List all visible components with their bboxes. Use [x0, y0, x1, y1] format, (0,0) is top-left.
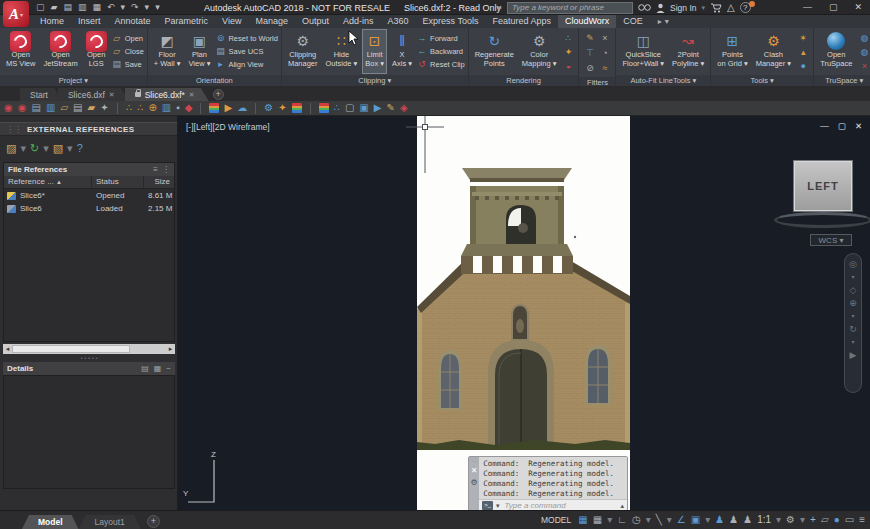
refresh-icon[interactable]: ↻	[30, 142, 39, 155]
column-size[interactable]: Size	[144, 176, 174, 188]
caret-down-icon[interactable]: ▾	[121, 1, 126, 14]
xref-row[interactable]: Slice6* Opened 8.61 M	[4, 189, 174, 202]
caret-down-icon[interactable]: ▾	[851, 311, 854, 321]
color-picker-icon[interactable]: ◒	[561, 60, 575, 72]
attach-dwg-icon[interactable]: ▨	[6, 142, 16, 155]
wcs-dropdown[interactable]: WCS ▾	[810, 234, 852, 246]
autodesk-app-icon[interactable]: △	[727, 1, 735, 14]
ribbon-tab[interactable]: Parametric	[158, 15, 216, 28]
pencil-icon[interactable]: ✎	[387, 101, 395, 115]
ribbon-tab[interactable]: Featured Apps	[485, 15, 558, 28]
open-file-icon[interactable]: ▰	[51, 1, 58, 14]
viewport-restore-button[interactable]: ▢	[838, 121, 846, 131]
wand-icon[interactable]: ✦	[278, 101, 286, 115]
clip-backward-button[interactable]: ←Backward	[417, 45, 465, 57]
grip-icon[interactable]: ⋮⋮	[6, 125, 22, 134]
open-jetstream-button[interactable]: Open JetStream	[40, 29, 80, 74]
layout1-tab[interactable]: Layout1	[79, 515, 141, 529]
search-binoculars-icon[interactable]	[638, 3, 651, 12]
change-path-icon[interactable]: ▧	[53, 142, 63, 155]
cube-icon[interactable]: ▢	[345, 101, 354, 115]
fit-clock-icon[interactable]: ◔	[597, 46, 612, 61]
colormap-icon[interactable]	[209, 103, 219, 113]
snap-grid-icon[interactable]: ▦	[593, 512, 602, 528]
file-tab-slice6[interactable]: Slice6.dxf✕	[58, 88, 129, 101]
orbit-icon[interactable]: ↻	[849, 324, 857, 334]
model-tab[interactable]: Model	[22, 515, 79, 529]
align-view-button[interactable]: ▸Align View	[215, 58, 277, 70]
xref-row[interactable]: Slice6 Loaded 2.15 M	[4, 202, 174, 215]
zoom-icon[interactable]: ⊕	[849, 298, 857, 308]
ribbon-tab[interactable]: A360	[381, 15, 416, 28]
command-input-row[interactable]: >_ ▾ ▴	[479, 499, 627, 510]
separator[interactable]	[310, 103, 311, 114]
caret-down-icon[interactable]: ▾	[145, 1, 150, 14]
new-file-icon[interactable]: ▢	[36, 1, 45, 14]
undo-icon[interactable]: ↶	[107, 1, 115, 14]
ax-icon[interactable]: ×	[857, 60, 870, 72]
gear-icon[interactable]: ⚙	[264, 101, 273, 115]
viewport-close-button[interactable]: ✕	[855, 121, 862, 131]
caret-down-icon[interactable]: ▾	[851, 272, 854, 282]
print-icon[interactable]: ▦	[92, 1, 101, 14]
command-line-window[interactable]: ⋯ ✕ ⚙ Command: Regenerating model.Comman…	[468, 456, 628, 510]
open-msview-button[interactable]: Open MS View	[3, 29, 38, 74]
pointer-tool-icon[interactable]: ✦	[100, 101, 108, 115]
autocad-logo-menu[interactable]: A▾	[3, 1, 29, 27]
person-icon[interactable]: ◍	[857, 46, 870, 58]
isodraft-icon[interactable]: ◷	[632, 512, 641, 528]
caret-down-icon[interactable]: ▾	[646, 512, 651, 528]
scrollbar-thumb[interactable]	[12, 345, 130, 353]
grid-icon[interactable]: ▦	[578, 512, 587, 528]
reset-clip-button[interactable]: ↺Reset Clip	[417, 58, 465, 70]
pin-person-icon[interactable]: ◍	[857, 32, 870, 44]
separator[interactable]	[117, 103, 118, 114]
graphics-performance-icon[interactable]: ●	[834, 512, 840, 528]
colormap3-icon[interactable]	[319, 103, 329, 113]
qat-menu-icon[interactable]: ▾	[155, 1, 160, 14]
axis-clip-icon[interactable]: ▥	[162, 101, 171, 115]
list-view-icon[interactable]: ≡	[153, 165, 158, 174]
horizontal-scrollbar[interactable]: ◂ ▸	[3, 344, 175, 354]
clean-screen-icon[interactable]: ▭	[845, 512, 854, 528]
clip-forward-button[interactable]: →Forward	[417, 32, 465, 44]
2point-polyline-button[interactable]: ↝2Point Polyline ▾	[669, 29, 707, 74]
caret-down-icon[interactable]: ▾	[43, 142, 49, 155]
viewport-controls-label[interactable]: [-][Left][2D Wireframe]	[186, 122, 270, 132]
close-icon[interactable]: ✕	[109, 91, 115, 99]
caret-down-icon[interactable]: ▾	[67, 142, 73, 155]
viewcube-compass-ring[interactable]	[774, 212, 870, 228]
hide-points-icon[interactable]: ∴	[126, 101, 132, 115]
model-space-label[interactable]: MODEL	[541, 515, 571, 525]
file-tab-slice6-active[interactable]: Slice6.dxf*✕	[125, 88, 209, 101]
ribbon-tab[interactable]: COE	[616, 15, 650, 28]
save-ucs-button[interactable]: ▤Save UCS	[215, 45, 277, 57]
import-icon[interactable]: ▥	[46, 101, 55, 115]
fit-x-icon[interactable]: ×	[597, 31, 612, 46]
tree-view-icon[interactable]: ⋮	[162, 165, 170, 174]
media-dropdown-icon[interactable]: ▸▾	[650, 15, 677, 28]
color-mapping-button[interactable]: ⚙Color Mapping ▾	[519, 29, 560, 74]
regen-icon[interactable]: ▶	[224, 101, 232, 115]
saveas-icon[interactable]: ▥	[78, 1, 87, 14]
pan-icon[interactable]: ◇	[850, 285, 857, 295]
separator[interactable]	[200, 103, 201, 114]
panel-label[interactable]: Tools ▾	[711, 75, 813, 86]
cloudworx-jetstream-icon[interactable]: ◉	[18, 101, 27, 115]
ribbon-tab[interactable]: CloudWorx	[558, 15, 616, 28]
box-clip-icon[interactable]: ▪	[176, 101, 180, 115]
ribbon-tab[interactable]: Annotate	[108, 15, 158, 28]
caret-down-icon[interactable]: ▾	[776, 512, 781, 528]
close-button[interactable]: ✕	[854, 0, 862, 14]
x-axis-button[interactable]: ‖X Axis ▾	[389, 29, 415, 74]
search-flyout-icon[interactable]: ▸	[498, 3, 502, 12]
colormap2-icon[interactable]	[292, 103, 302, 113]
save-icon[interactable]: ▤	[73, 101, 82, 115]
ribbon-tab[interactable]: Insert	[71, 15, 108, 28]
caret-down-icon[interactable]: ▾	[667, 512, 672, 528]
project-open-button[interactable]: ▱Open	[112, 32, 144, 44]
workspace-gear-icon[interactable]: ⚙	[786, 512, 795, 528]
column-status[interactable]: Status	[92, 176, 144, 188]
show-points-icon[interactable]: ∴	[137, 101, 143, 115]
preview-pane-icon[interactable]: ▤	[141, 364, 149, 373]
